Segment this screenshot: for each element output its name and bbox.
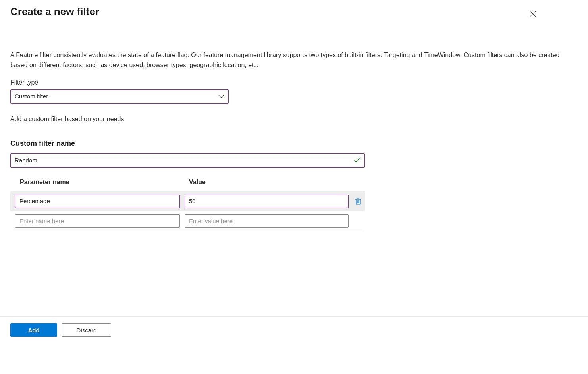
filter-type-label: Filter type <box>10 79 578 86</box>
column-header-parameter-name: Parameter name <box>20 179 189 186</box>
parameter-value-input[interactable] <box>185 214 349 228</box>
parameter-name-input[interactable] <box>15 195 180 208</box>
custom-filter-name-input[interactable] <box>10 153 365 168</box>
add-button[interactable]: Add <box>10 323 57 337</box>
filter-type-helper: Add a custom filter based on your needs <box>10 116 578 123</box>
page-description: A Feature filter consistently evaluates … <box>10 50 578 70</box>
check-icon <box>354 157 360 164</box>
custom-filter-name-heading: Custom filter name <box>10 139 578 148</box>
close-icon <box>529 10 536 17</box>
page-title: Create a new filter <box>10 6 99 18</box>
table-row <box>10 191 365 211</box>
parameter-name-input[interactable] <box>15 214 180 228</box>
filter-type-select[interactable] <box>10 89 229 104</box>
close-button[interactable] <box>528 9 538 20</box>
footer: Add Discard <box>0 316 588 343</box>
column-header-value: Value <box>189 179 206 186</box>
delete-row-button[interactable] <box>353 196 363 206</box>
discard-button[interactable]: Discard <box>62 323 111 337</box>
table-divider <box>10 231 365 231</box>
trash-icon <box>355 198 361 205</box>
parameter-value-input[interactable] <box>185 195 349 208</box>
parameters-table: Parameter name Value <box>10 179 365 231</box>
table-row <box>10 211 365 231</box>
